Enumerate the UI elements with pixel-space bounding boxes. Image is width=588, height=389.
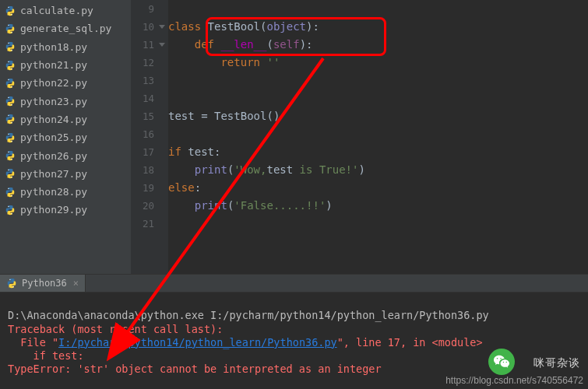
python-file-icon bbox=[5, 114, 16, 124]
svg-point-8 bbox=[8, 79, 9, 79]
line-number: 19 bbox=[131, 179, 168, 197]
file-item[interactable]: python26.py bbox=[0, 146, 131, 164]
line-number: 13 bbox=[131, 72, 168, 89]
console-cmd: D:\Anaconda\anaconda\python.exe I:/pycha… bbox=[8, 309, 489, 321]
file-item[interactable]: python29.py bbox=[0, 201, 131, 219]
run-tab-label: Python36 bbox=[22, 278, 67, 289]
line-number: 20 bbox=[131, 197, 168, 215]
file-name: python18.py bbox=[20, 41, 87, 53]
svg-point-2 bbox=[8, 25, 9, 26]
python-file-icon bbox=[6, 278, 17, 289]
code-line[interactable]: def __len__(self): bbox=[168, 36, 588, 54]
run-tab-bar[interactable]: Python36 × bbox=[0, 274, 588, 293]
watermark-text: 咪哥杂谈 bbox=[533, 356, 580, 370]
file-name: python25.py bbox=[20, 131, 87, 143]
wechat-logo-icon bbox=[488, 349, 515, 375]
svg-point-6 bbox=[8, 61, 9, 61]
code-line[interactable] bbox=[168, 215, 588, 233]
code-line[interactable]: class TestBool(object): bbox=[168, 18, 588, 36]
code-line[interactable]: return '' bbox=[168, 54, 588, 72]
console-code-line: if test: bbox=[8, 349, 84, 362]
code-line[interactable]: test = TestBool() bbox=[168, 107, 588, 125]
python-file-icon bbox=[5, 205, 16, 216]
project-file-tree[interactable]: calculate.py generate_sql.py python18.py… bbox=[0, 0, 131, 274]
file-item[interactable]: python28.py bbox=[0, 183, 131, 201]
code-line[interactable]: if test: bbox=[168, 143, 588, 161]
code-editor[interactable]: 9 10 11 12 13 14 15 16 17 18 19 20 21 cl… bbox=[131, 0, 588, 274]
line-number: 17 bbox=[131, 143, 168, 161]
python-file-icon bbox=[5, 187, 16, 198]
close-icon[interactable]: × bbox=[73, 278, 79, 289]
file-item[interactable]: python22.py bbox=[0, 74, 131, 92]
line-number: 14 bbox=[131, 89, 168, 107]
svg-point-15 bbox=[11, 141, 12, 142]
svg-point-13 bbox=[11, 122, 12, 123]
code-line[interactable]: print('False.....!!') bbox=[168, 197, 588, 215]
code-line[interactable]: else: bbox=[168, 179, 588, 197]
file-name: python26.py bbox=[20, 150, 87, 162]
file-item[interactable]: calculate.py bbox=[0, 2, 131, 19]
svg-point-1 bbox=[11, 14, 12, 15]
python-file-icon bbox=[5, 23, 16, 34]
svg-point-22 bbox=[8, 206, 9, 207]
svg-point-5 bbox=[11, 50, 12, 51]
python-file-icon bbox=[5, 150, 16, 161]
code-line[interactable] bbox=[168, 72, 588, 89]
python-file-icon bbox=[5, 5, 16, 16]
file-item[interactable]: python18.py bbox=[0, 38, 131, 56]
code-body[interactable]: class TestBool(object): def __len__(self… bbox=[168, 0, 588, 274]
svg-point-20 bbox=[8, 187, 9, 188]
code-line[interactable] bbox=[168, 0, 588, 18]
svg-point-18 bbox=[8, 170, 9, 170]
line-number: 15 bbox=[131, 107, 168, 125]
run-tab-python36[interactable]: Python36 × bbox=[0, 275, 86, 292]
code-line[interactable] bbox=[168, 89, 588, 107]
file-item[interactable]: python23.py bbox=[0, 92, 131, 110]
file-item[interactable]: python25.py bbox=[0, 128, 131, 146]
console-traceback-header: Traceback (most recent call last): bbox=[8, 323, 223, 335]
svg-point-9 bbox=[11, 86, 12, 87]
file-name: python24.py bbox=[20, 114, 87, 125]
file-name: python29.py bbox=[20, 204, 87, 216]
file-item[interactable]: python27.py bbox=[0, 165, 131, 183]
python-file-icon bbox=[5, 132, 16, 143]
svg-point-23 bbox=[11, 213, 12, 214]
console-file-prefix: File " bbox=[8, 336, 58, 349]
svg-point-3 bbox=[11, 32, 12, 33]
code-line[interactable] bbox=[168, 125, 588, 143]
console-error-message: TypeError: 'str' object cannot be interp… bbox=[8, 363, 382, 375]
line-number: 21 bbox=[131, 215, 168, 233]
python-file-icon bbox=[5, 60, 16, 71]
line-number: 9 bbox=[131, 0, 168, 18]
file-item[interactable]: python21.py bbox=[0, 56, 131, 74]
console-file-link[interactable]: I:/pycharm/python14/python_learn/Python3… bbox=[58, 336, 337, 349]
file-item[interactable]: python24.py bbox=[0, 110, 131, 128]
console-file-suffix: ", line 17, in <module> bbox=[337, 336, 483, 349]
file-name: python28.py bbox=[20, 186, 87, 198]
svg-point-10 bbox=[8, 97, 9, 98]
python-file-icon bbox=[5, 41, 16, 52]
svg-point-0 bbox=[8, 6, 9, 7]
svg-point-19 bbox=[11, 177, 12, 177]
python-file-icon bbox=[5, 96, 16, 107]
line-number: 12 bbox=[131, 54, 168, 72]
file-name: python23.py bbox=[20, 96, 87, 107]
file-item[interactable]: generate_sql.py bbox=[0, 19, 131, 37]
svg-point-11 bbox=[11, 104, 12, 105]
svg-point-7 bbox=[11, 68, 12, 68]
code-line[interactable]: print('Wow,test is True!') bbox=[168, 161, 588, 179]
line-number: 16 bbox=[131, 125, 168, 143]
svg-point-17 bbox=[11, 159, 12, 159]
file-name: python27.py bbox=[20, 168, 87, 180]
python-file-icon bbox=[5, 168, 16, 179]
svg-point-25 bbox=[12, 286, 13, 287]
line-number: 18 bbox=[131, 161, 168, 179]
svg-point-14 bbox=[8, 133, 9, 134]
file-name: python21.py bbox=[20, 59, 87, 71]
line-number: 10 bbox=[131, 18, 168, 36]
svg-point-16 bbox=[8, 152, 9, 152]
gutter[interactable]: 9 10 11 12 13 14 15 16 17 18 19 20 21 bbox=[131, 0, 168, 274]
svg-point-4 bbox=[8, 43, 9, 44]
line-number: 11 bbox=[131, 36, 168, 54]
file-name: generate_sql.py bbox=[20, 23, 111, 34]
